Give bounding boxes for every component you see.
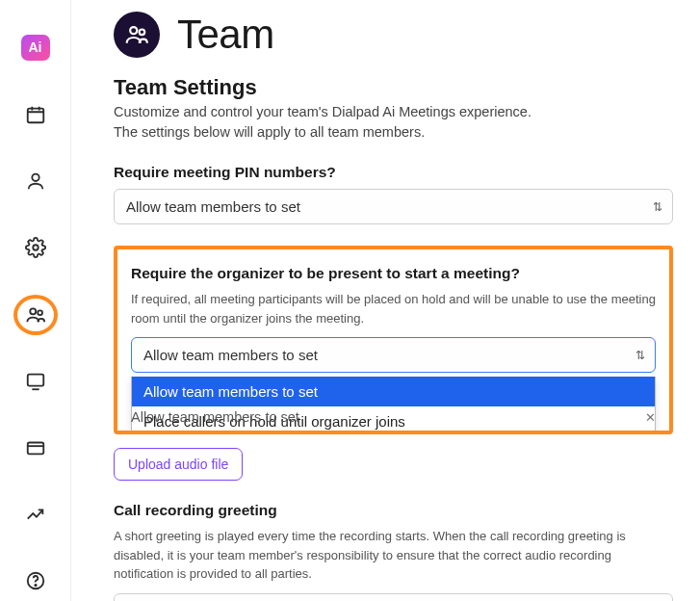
recording-select[interactable]: Allow team members to set ⇅ [114,593,673,601]
person-icon [25,170,46,192]
svg-point-9 [130,27,137,34]
calendar-icon [25,104,46,125]
svg-point-2 [33,246,39,251]
card-icon [25,437,46,458]
organizer-label: Require the organizer to be present to s… [131,265,656,282]
section-header: Team Settings Customize and control your… [114,75,673,143]
recording-label: Call recording greeting [114,502,673,519]
organizer-option-allow-set[interactable]: Allow team members to set [132,377,655,406]
chevron-updown-icon: ⇅ [653,200,662,214]
recording-setting: Call recording greeting A short greeting… [114,502,673,601]
pin-setting: Require meeting PIN numbers? Allow team … [114,164,673,224]
monitor-icon [25,371,46,392]
svg-rect-0 [27,109,43,123]
svg-point-10 [140,29,145,35]
nav-monitor[interactable] [13,362,58,402]
page-title: Team [177,12,274,58]
recording-help: A short greeting is played every time th… [114,527,673,584]
brand-logo: Ai [21,35,50,61]
trend-icon [25,504,46,525]
team-icon [124,22,149,47]
organizer-select[interactable]: Allow team members to set ⇅ [131,337,656,373]
section-title: Team Settings [114,75,673,100]
organizer-help: If required, all meeting participants wi… [131,290,656,327]
sidebar: Ai [0,0,71,601]
svg-point-8 [35,585,36,586]
page-icon [114,12,160,58]
team-icon [25,304,46,326]
close-icon[interactable]: ✕ [645,410,656,425]
pin-select[interactable]: Allow team members to set ⇅ [114,189,673,224]
upload-audio-button[interactable]: Upload audio file [114,448,243,481]
section-sub-line-1: Customize and control your team's Dialpa… [114,104,531,119]
gear-icon [25,237,46,258]
section-sub-line-2: The settings below will apply to all tea… [114,124,425,140]
organizer-setting-card: Require the organizer to be present to s… [114,246,673,434]
nav-help[interactable] [13,562,58,601]
nav-analytics[interactable] [13,495,58,535]
nav-calendar[interactable] [13,95,58,135]
pin-label: Require meeting PIN numbers? [114,164,673,181]
svg-point-4 [38,310,42,315]
chevron-updown-icon: ⇅ [635,349,645,362]
nav-person[interactable] [13,162,58,201]
nav-settings[interactable] [13,228,58,268]
svg-point-3 [30,308,36,314]
peek-value: Allow team members to set [131,409,299,425]
organizer-dropdown: Allow team members to set Place callers … [131,377,656,434]
pin-select-value: Allow team members to set [126,198,300,215]
nav-billing[interactable] [13,429,58,468]
svg-rect-6 [27,443,43,455]
nav-team[interactable] [13,295,58,335]
section-subtitle: Customize and control your team's Dialpa… [114,102,673,143]
peek-row: Allow team members to set ✕ [131,409,656,425]
organizer-select-value: Allow team members to set [143,347,318,363]
help-icon [25,570,46,591]
svg-rect-5 [27,375,43,386]
content: Team Team Settings Customize and control… [71,0,700,601]
page-header: Team [114,12,673,58]
svg-point-1 [32,174,39,181]
